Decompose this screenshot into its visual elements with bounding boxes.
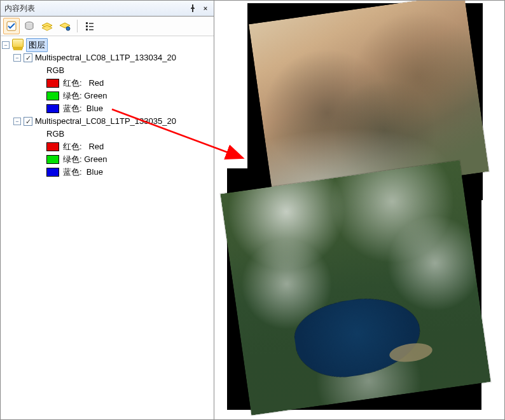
toolbar-list-by-visibility[interactable] — [39, 18, 55, 34]
toolbar-separator — [77, 20, 78, 32]
svg-rect-8 — [89, 29, 93, 30]
tree-layer-0-band-green: 绿色: Green — [2, 90, 212, 102]
band-label: 蓝色: — [63, 102, 82, 115]
tree-layer-1-band-blue: 蓝色: Blue — [2, 166, 212, 179]
toc-tree[interactable]: − 图层 − Multispectral_LC08_L1TP_133034_20… — [1, 36, 214, 419]
band-value: Red — [88, 140, 104, 153]
color-swatch-red — [46, 142, 59, 151]
color-swatch-green — [46, 155, 59, 164]
toc-titlebar: 内容列表 × — [1, 1, 214, 17]
renderer-label: RGB — [46, 64, 64, 77]
svg-rect-4 — [89, 23, 93, 24]
svg-rect-7 — [86, 29, 88, 30]
svg-rect-3 — [86, 22, 88, 24]
tree-layer-0[interactable]: − Multispectral_LC08_L1TP_133034_20 — [2, 51, 212, 64]
tree-layer-1-renderer: RGB — [2, 128, 212, 140]
expander-icon[interactable]: − — [13, 118, 21, 125]
map-view[interactable] — [214, 1, 504, 419]
tree-layer-0-band-red: 红色: Red — [2, 77, 212, 90]
tree-layer-1[interactable]: − Multispectral_LC08_L1TP_133035_20 — [2, 115, 212, 128]
svg-point-2 — [66, 27, 70, 30]
toc-title: 内容列表 — [4, 3, 186, 14]
expander-icon[interactable]: − — [13, 54, 21, 62]
band-value: Green — [84, 153, 107, 166]
layer-visibility-checkbox[interactable] — [24, 117, 32, 126]
band-value: Blue — [86, 102, 103, 115]
toolbar-options[interactable] — [81, 18, 98, 34]
tree-layer-1-band-red: 红色: Red — [2, 140, 212, 153]
map-scenes — [227, 3, 494, 410]
tree-root[interactable]: − 图层 — [2, 39, 212, 51]
band-label: 蓝色: — [63, 166, 82, 179]
expander-icon[interactable]: − — [2, 41, 10, 49]
pin-icon[interactable] — [187, 3, 198, 14]
layers-icon — [12, 39, 24, 48]
toc-toolbar — [1, 17, 214, 36]
band-label: 绿色: — [63, 153, 82, 166]
band-value: Green — [84, 90, 107, 102]
color-swatch-red — [46, 79, 59, 88]
tree-layer-0-renderer: RGB — [2, 64, 212, 77]
toolbar-list-by-selection[interactable] — [57, 18, 73, 34]
color-swatch-green — [46, 91, 59, 100]
raster-layer-1[interactable] — [220, 160, 490, 415]
band-value: Red — [88, 77, 104, 90]
band-value: Blue — [86, 166, 103, 179]
band-label: 红色: — [63, 77, 82, 90]
toolbar-list-by-drawing-order[interactable] — [3, 18, 20, 34]
toolbar-list-by-source[interactable] — [21, 18, 38, 34]
color-swatch-blue — [46, 104, 59, 113]
renderer-label: RGB — [46, 128, 64, 140]
tree-layer-0-band-blue: 蓝色: Blue — [2, 102, 212, 115]
band-label: 绿色: — [63, 90, 82, 102]
toc-panel: 内容列表 × — [1, 1, 214, 419]
tree-layer-1-band-green: 绿色: Green — [2, 153, 212, 166]
close-icon[interactable]: × — [200, 3, 211, 14]
svg-rect-5 — [86, 25, 88, 27]
layer-name[interactable]: Multispectral_LC08_L1TP_133034_20 — [35, 51, 176, 64]
svg-rect-6 — [89, 26, 93, 27]
app-root: 内容列表 × — [0, 0, 505, 420]
color-swatch-blue — [46, 168, 59, 177]
layer-name[interactable]: Multispectral_LC08_L1TP_133035_20 — [35, 115, 176, 128]
band-label: 红色: — [63, 140, 82, 153]
tree-root-label[interactable]: 图层 — [26, 38, 48, 52]
layer-visibility-checkbox[interactable] — [24, 53, 32, 62]
